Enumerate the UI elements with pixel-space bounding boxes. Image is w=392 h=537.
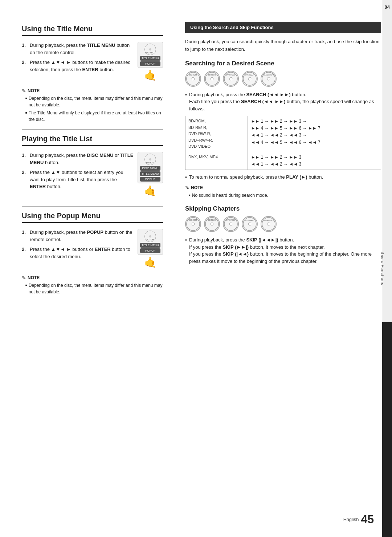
right-header-title: Using the Search and Skip Functions (190, 25, 274, 30)
section-searching: Searching for a Desired Scene BD-ROM BD-… (185, 60, 381, 199)
svg-point-1 (192, 77, 195, 80)
searching-heading: Searching for a Desired Scene (185, 60, 381, 67)
svg-point-28 (267, 223, 270, 225)
remote-box-dvd: DVD-VIDEO TITLE MENU POPUP (138, 42, 163, 68)
popup-note-item-1: Depending on the disc, the menu items ma… (25, 282, 163, 295)
title-list-remote: BD-RE/-R DISC MENU TITLE MENU POPUP 🤙 (138, 152, 163, 197)
svg-point-13 (267, 77, 270, 80)
table-row-2: DivX, MKV, MP4 ►► 1 → ►► 2 → ►► 3 ◄◄ 1 →… (185, 152, 381, 170)
svg-point-22 (229, 223, 232, 225)
page-number-area: English 45 (343, 513, 374, 526)
svg-point-7 (229, 77, 232, 80)
searching-note: ✎ NOTE No sound is heard during search m… (185, 185, 381, 199)
remote-label-titlemenu3: TITLE MENU (140, 243, 160, 248)
step-2-pm: 2. Press the ▲▼◄ ► buttons or ENTER butt… (22, 246, 134, 260)
remote-label-popup3: POPUP (140, 248, 160, 253)
searching-note-item-1: No sound is heard during search mode. (189, 192, 381, 199)
popup-menu-content: BD-ROM TITLE MENU POPUP 🤙 1. During play… (22, 229, 163, 271)
skipping-disc-icons: BD-ROM BD-RE/-R DVD-VIDEO DVD+RW/+R DivX… (185, 216, 381, 232)
disc-icon-bdrom: BD-ROM (185, 71, 201, 87)
chapter-number: 04 (385, 4, 390, 10)
svg-point-16 (192, 223, 195, 225)
svg-point-25 (248, 223, 251, 225)
section-playing-title-list: Playing the Title List BD-RE/-R DISC MEN… (22, 135, 163, 200)
disc-icon-bdre: BD-RE/-R (204, 71, 220, 87)
right-intro: During playback, you can search quickly … (185, 38, 381, 53)
svg-text:DivX/MKV/MP4: DivX/MKV/MP4 (264, 74, 274, 76)
searching-note-list: No sound is heard during search mode. (185, 192, 381, 199)
skip-disc-icon-bdrom: BD-ROM (185, 216, 201, 232)
popup-menu-heading: Using the Popup Menu (22, 212, 163, 223)
left-column: Using the Title Menu DVD-VIDEO TITLE MEN… (22, 22, 174, 515)
chapter-sidebar: 04 Basic Functions (382, 0, 392, 537)
note-icon-searching: ✎ (185, 185, 189, 191)
skipping-bullet-1: During playback, press the SKIP (|◄◄►|) … (185, 236, 381, 265)
remote-label-popup2: POPUP (140, 177, 160, 182)
searching-disc-icons: BD-ROM BD-RE/-R DVD-VIDEO DVD+RW/+R DivX… (185, 71, 381, 87)
svg-text:DivX/MKV/MP4: DivX/MKV/MP4 (264, 219, 274, 221)
searching-bullet-1: During playback, press the SEARCH (◄◄ ►►… (185, 91, 381, 113)
table-cell-label-1: BD-ROM,BD-RE/-R,DVD-RW/-R,DVD+RW/+R,DVD-… (185, 116, 248, 152)
note-title-searching: ✎ NOTE (185, 185, 381, 191)
title-menu-note: ✎ NOTE Depending on the disc, the menu i… (22, 88, 163, 123)
remote-label-titlemenu2: TITLE MENU (140, 171, 160, 176)
svg-point-10 (248, 77, 251, 80)
step-1: 1. During playback, press the TITLE MENU… (22, 42, 134, 56)
svg-text:BD-RE/-R: BD-RE/-R (208, 74, 216, 76)
title-menu-content: DVD-VIDEO TITLE MENU POPUP 🤙 1. During p… (22, 42, 163, 84)
remote-box-bd-rom: BD-ROM TITLE MENU POPUP (138, 229, 163, 255)
section-skipping: Skipping Chapters BD-ROM BD-RE/-R DVD-VI… (185, 205, 381, 265)
note-item-1: Depending on the disc, the menu items ma… (25, 95, 163, 108)
hand-icon: 🤙 (138, 69, 163, 81)
page: Using the Title Menu DVD-VIDEO TITLE MEN… (0, 0, 392, 537)
title-menu-heading: Using the Title Menu (22, 25, 163, 36)
remote-label-discmenu: DISC MENU (140, 166, 160, 171)
remote-label-titlemenu: TITLE MENU (140, 56, 160, 61)
table-cell-values-2: ►► 1 → ►► 2 → ►► 3 ◄◄ 1 → ◄◄ 2 → ◄◄ 3 (248, 152, 381, 170)
search-speed-table: BD-ROM,BD-RE/-R,DVD-RW/-R,DVD+RW/+R,DVD-… (185, 116, 381, 170)
svg-text:DVD+RW/+R: DVD+RW/+R (245, 74, 254, 76)
right-column: Using the Search and Skip Functions Duri… (174, 22, 381, 515)
page-number: 45 (361, 513, 374, 526)
svg-text:BD-ROM: BD-ROM (189, 74, 197, 76)
section-popup-menu: Using the Popup Menu BD-ROM TITLE MENU P… (22, 212, 163, 295)
playing-title-list-content: BD-RE/-R DISC MENU TITLE MENU POPUP 🤙 1.… (22, 152, 163, 200)
skip-disc-icon-divx: DivX/MKV/MP4 (261, 216, 277, 232)
svg-text:BD-RE/-R: BD-RE/-R (208, 219, 216, 221)
svg-text:DVD+RW/+R: DVD+RW/+R (245, 219, 254, 221)
popup-remote: BD-ROM TITLE MENU POPUP 🤙 (138, 229, 163, 268)
popup-note-list: Depending on the disc, the menu items ma… (22, 282, 163, 295)
main-content: Using the Title Menu DVD-VIDEO TITLE MEN… (0, 15, 392, 522)
svg-text:BD-ROM: BD-ROM (189, 219, 197, 221)
remote-box-bd: BD-RE/-R DISC MENU TITLE MENU POPUP (138, 152, 163, 183)
table-row-1: BD-ROM,BD-RE/-R,DVD-RW/-R,DVD+RW/+R,DVD-… (185, 116, 381, 152)
table-cell-values-1: ►► 1 → ►► 2 → ►► 3 → ►► 4 → ►► 5 → ►► 6 … (248, 116, 381, 152)
note-icon-popup: ✎ (22, 275, 26, 281)
skip-disc-icon-bdre: BD-RE/-R (204, 216, 220, 232)
note-icon-1: ✎ (22, 88, 26, 94)
note-title-popup: ✎ NOTE (22, 275, 163, 281)
title-menu-note-list: Depending on the disc, the menu items ma… (22, 95, 163, 123)
language-label: English (343, 517, 359, 522)
note-title-1: ✎ NOTE (22, 88, 163, 94)
searching-bullets: During playback, press the SEARCH (◄◄ ►►… (185, 91, 381, 113)
svg-text:DVD-VIDEO: DVD-VIDEO (226, 219, 236, 221)
disc-icon-dvdrw: DVD+RW/+R (242, 71, 258, 87)
note-item-2: The Title Menu will only be displayed if… (25, 110, 163, 123)
right-header-box: Using the Search and Skip Functions (185, 22, 381, 33)
divider-1 (22, 129, 163, 130)
hand-icon-3: 🤙 (138, 256, 163, 268)
disc-icon-divx: DivX/MKV/MP4 (261, 71, 277, 87)
searching-bullet-2: To return to normal speed playback, pres… (185, 174, 381, 181)
playing-title-list-heading: Playing the Title List (22, 135, 163, 146)
step-1-tl: 1. During playback, press the DISC MENU … (22, 152, 134, 166)
skipping-bullets: During playback, press the SKIP (|◄◄►|) … (185, 236, 381, 265)
svg-text:DVD-VIDEO: DVD-VIDEO (226, 74, 236, 76)
popup-note: ✎ NOTE Depending on the disc, the menu i… (22, 275, 163, 295)
step-1-pm: 1. During playback, press the POPUP butt… (22, 229, 134, 243)
hand-icon-2: 🤙 (138, 185, 163, 197)
searching-bullets-2: To return to normal speed playback, pres… (185, 174, 381, 181)
svg-point-19 (211, 223, 213, 225)
chapter-label: Basic Functions (380, 4, 385, 533)
divider-2 (22, 206, 163, 207)
